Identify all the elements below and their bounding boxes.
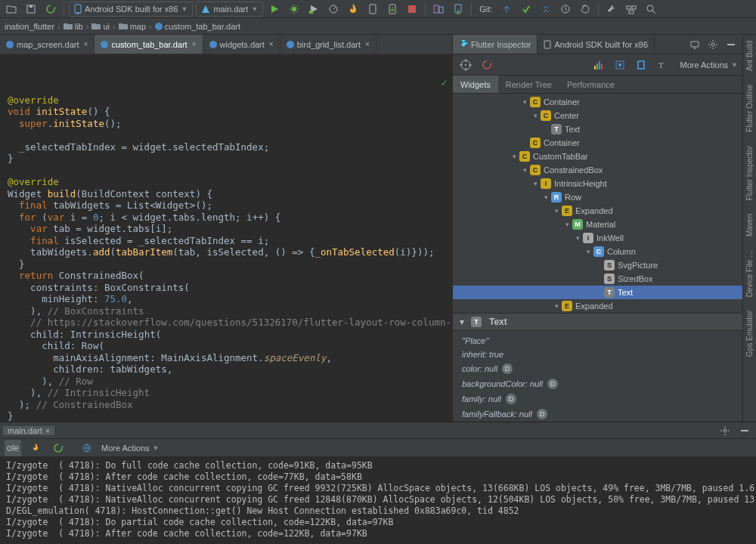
hot-reload-icon[interactable] [27,440,44,456]
tree-row[interactable]: ▾IInkWell [453,231,742,245]
close-icon[interactable]: × [45,426,50,435]
settings-gear-icon[interactable] [717,422,733,439]
inspector-subtab[interactable]: Performance [559,76,622,93]
breadcrumb-item[interactable]: ui [91,22,110,31]
close-icon[interactable]: × [365,40,370,48]
open-devtools-icon[interactable] [79,440,95,456]
tree-row[interactable]: TText [453,286,742,299]
tree-row[interactable]: ▾EExpanded [453,204,742,218]
tree-row[interactable]: ▾CContainer [453,95,742,109]
stop-icon[interactable] [404,1,420,17]
chevron-down-icon: ▼ [251,5,258,13]
inspector-subtab[interactable]: Widgets [453,76,498,93]
build-icon[interactable] [603,1,620,17]
side-tool-tab[interactable]: Flutter Inspector [745,143,754,203]
side-tool-tab[interactable]: Flutter Outline [745,82,754,135]
notification-icon[interactable] [686,36,703,53]
side-tool-tab[interactable]: Device File … [745,247,754,300]
hot-restart-icon[interactable] [50,440,67,456]
widget-tree[interactable]: ▾CContainer▾CCenter TText CContainer▾CCu… [453,94,742,313]
perf-overlay-icon[interactable] [590,57,607,73]
close-icon[interactable]: × [84,40,88,48]
console-output[interactable]: I/zygote ( 4718): Do full code cache col… [0,457,756,544]
settings-gear-icon[interactable] [705,36,721,53]
close-icon[interactable]: × [269,40,274,48]
tree-row[interactable]: CContainer [453,136,742,150]
vcs-commit-icon[interactable] [518,1,534,17]
editor-tab[interactable]: widgets.dart× [203,35,280,54]
close-icon[interactable]: × [192,40,197,48]
attach-debugger-icon[interactable] [364,1,381,17]
project-structure-icon[interactable] [623,1,640,17]
tree-row[interactable]: ▾MMaterial [453,218,742,231]
svg-point-20 [101,41,108,48]
apply-changes-icon[interactable] [384,1,401,17]
vcs-update-icon[interactable] [498,1,515,17]
run-tab-main[interactable]: main.dart × [3,426,54,435]
more-actions-dropdown[interactable]: More Actions▼ [101,444,160,453]
properties-list: "Place"inherit: truecolor: nullDbackgrou… [453,331,742,422]
sdk-manager-icon[interactable] [450,1,466,17]
tree-row[interactable]: ▾CColumn [453,245,742,258]
debug-paint-icon[interactable] [612,57,628,73]
vcs-compare-icon[interactable] [538,1,554,17]
svg-point-17 [647,5,653,11]
editor-tab[interactable]: custom_tab_bar.dart× [94,35,203,54]
search-everywhere-icon[interactable] [643,1,659,17]
tree-row[interactable]: ▾RRow [453,190,742,204]
refresh-tree-icon[interactable] [479,57,495,73]
tree-row[interactable]: SSizedBox [453,272,742,286]
tree-row[interactable]: ▾CCenter [453,109,742,122]
open-file-icon[interactable] [3,1,20,17]
minimize-icon[interactable] [736,422,753,439]
tree-row[interactable]: ▾CCustomTabBar [453,150,742,163]
avd-manager-icon[interactable] [430,1,447,17]
side-tool-tab[interactable]: Maven [745,211,754,240]
svg-rect-40 [741,430,748,431]
breadcrumb-item[interactable]: ination_flutter [5,22,54,31]
side-tool-tab[interactable]: Gps Emulator [745,308,754,360]
tree-row[interactable]: TText [453,122,742,136]
default-value-icon: D [506,394,516,404]
breadcrumb-item[interactable]: lib [64,22,83,31]
breadcrumb-item[interactable]: custom_tab_bar.dart [155,22,240,31]
code-editor[interactable]: ✓ @overridevoid initState() { super.init… [0,54,452,422]
vcs-history-icon[interactable] [557,1,574,17]
tab-flutter-inspector[interactable]: Flutter Inspector [453,35,538,54]
coverage-icon[interactable] [305,1,322,17]
properties-header[interactable]: ▾ T Text [453,313,742,331]
editor-tab[interactable]: bird_grid_list.dart× [280,35,376,54]
tree-row[interactable]: ▾CConstrainedBox [453,163,742,177]
minimize-icon[interactable] [723,36,739,53]
breadcrumb-item[interactable]: map [119,22,146,31]
save-all-icon[interactable] [23,1,39,17]
side-tool-tab[interactable]: Ant Build [745,38,754,74]
run-icon[interactable] [266,1,283,17]
svg-point-18 [155,23,163,30]
widget-type-badge: T [471,317,482,327]
tab-logcat-device[interactable]: Android SDK built for x86 [538,35,655,54]
svg-rect-5 [309,11,313,14]
svg-point-22 [287,41,294,48]
vcs-rollback-icon[interactable] [577,1,593,17]
inspector-subtab[interactable]: Render Tree [498,76,559,93]
run-config-dropdown[interactable]: main.dart ▼ [196,2,263,17]
svg-rect-30 [594,66,596,70]
debug-icon[interactable] [286,1,302,17]
device-selector-dropdown[interactable]: Android SDK built for x86 ▼ [69,2,193,17]
sync-icon[interactable] [42,1,59,17]
tree-row[interactable]: ▾IIntrinsicHeight [453,177,742,190]
tree-row[interactable]: ▾EExpanded [453,299,742,313]
tree-row[interactable]: SSvgPicture [453,258,742,272]
console-tab-icon[interactable]: ole [5,440,21,456]
device-selector-label: Android SDK built for x86 [85,5,178,14]
select-widget-mode-icon[interactable] [457,57,474,73]
editor-tab[interactable]: map_screen.dart× [0,35,94,54]
baselines-icon[interactable]: T [654,57,671,73]
inspector-toolbar: T More Actions▼ [453,54,742,76]
more-actions-dropdown[interactable]: More Actions▼ [680,60,738,70]
profile-icon[interactable] [325,1,342,17]
svg-rect-16 [629,11,634,14]
platform-toggle-icon[interactable] [633,57,649,73]
hot-reload-icon[interactable] [345,1,361,17]
